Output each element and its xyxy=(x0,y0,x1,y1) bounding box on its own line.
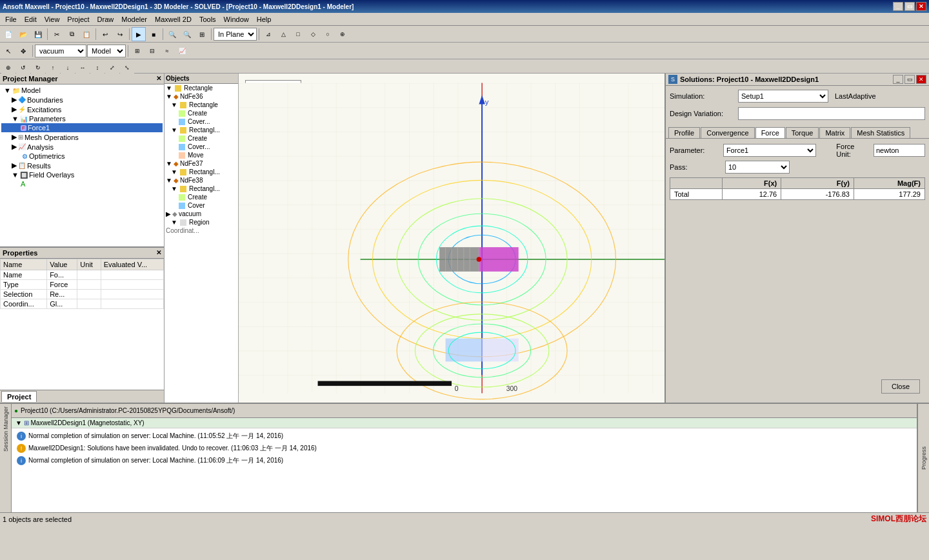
obj-rect-ndfe36[interactable]: ▼ Rectangle xyxy=(165,101,238,109)
tb-r9[interactable]: ⤡ xyxy=(120,61,134,75)
tb-btn-d[interactable]: ◇ xyxy=(306,27,320,41)
tb-r7[interactable]: ↕ xyxy=(90,61,105,75)
sol-minimize[interactable]: _ xyxy=(893,75,903,84)
obj-coord[interactable]: Coordinat... xyxy=(165,226,238,235)
obj-ndfe38[interactable]: ▼◆ NdFe38 xyxy=(165,176,238,185)
tree-parameters[interactable]: ▼ 📊 Parameters xyxy=(1,114,163,123)
project-tree[interactable]: ▼ 📁 Model ▶ 🔷 Boundaries ▶ ⚡ Excitations… xyxy=(0,85,164,243)
tb-btn-b[interactable]: △ xyxy=(276,27,290,41)
tb-new[interactable]: 📄 xyxy=(1,27,15,41)
tab-force[interactable]: Force xyxy=(755,127,785,138)
tab-matrix[interactable]: Matrix xyxy=(819,127,850,138)
tb-mesh-btn[interactable]: ⊞ xyxy=(130,44,145,58)
tab-profile[interactable]: Profile xyxy=(668,127,700,138)
tb-undo[interactable]: ↩ xyxy=(98,27,112,41)
tb-r3[interactable]: ↻ xyxy=(31,61,45,75)
obj-rect2[interactable]: ▼ Rectangl... xyxy=(165,126,238,134)
menu-tools[interactable]: Tools xyxy=(195,14,220,25)
tb-simulate[interactable]: ▶ xyxy=(132,27,146,41)
tb-plane-dropdown[interactable]: In Plane xyxy=(214,28,257,41)
tb-btn-e[interactable]: ○ xyxy=(321,27,335,41)
design-variation-input[interactable] xyxy=(738,107,925,120)
tab-convergence[interactable]: Convergence xyxy=(701,127,754,138)
menu-modeler[interactable]: Modeler xyxy=(117,14,151,25)
restore-button[interactable]: ▭ xyxy=(904,2,915,11)
menu-draw[interactable]: Draw xyxy=(94,14,118,25)
obj-cover1[interactable]: Cover... xyxy=(165,117,238,126)
sol-close[interactable]: ✕ xyxy=(916,75,926,84)
obj-ndfe37[interactable]: ▼◆ NdFe37 xyxy=(165,159,238,168)
obj-create1[interactable]: Create xyxy=(165,109,238,117)
menu-project[interactable]: Project xyxy=(63,14,93,25)
tb-open[interactable]: 📂 xyxy=(16,27,30,41)
tab-mesh-stats[interactable]: Mesh Statistics xyxy=(851,127,910,138)
tree-model[interactable]: ▼ 📁 Model xyxy=(1,86,163,95)
project-manager-close[interactable]: ✕ xyxy=(156,75,161,83)
tree-results[interactable]: ▶ 📋 Results xyxy=(1,161,163,170)
sol-restore[interactable]: ▭ xyxy=(904,75,915,84)
menu-edit[interactable]: Edit xyxy=(21,14,41,25)
tb-plot-btn[interactable]: 📈 xyxy=(175,44,189,58)
obj-ndfe36[interactable]: ▼◆ NdFe36 xyxy=(165,92,238,101)
parameter-select[interactable]: Force1 xyxy=(723,144,816,157)
tb-save[interactable]: 💾 xyxy=(31,27,45,41)
tb-model-dropdown[interactable]: Model xyxy=(87,45,126,57)
tb-mesh2-btn[interactable]: ⊟ xyxy=(145,44,159,58)
tree-analysis[interactable]: ▶ 📈 Analysis xyxy=(1,142,163,152)
menu-view[interactable]: View xyxy=(41,14,64,25)
tb-move[interactable]: ✥ xyxy=(16,44,30,58)
tree-optimetrics[interactable]: ⚙ Optimetrics xyxy=(1,152,163,161)
tb-btn-c[interactable]: □ xyxy=(291,27,305,41)
tb-r1[interactable]: ⊕ xyxy=(1,61,15,75)
tb-cut[interactable]: ✂ xyxy=(50,27,64,41)
title-bar-buttons[interactable]: _ ▭ ✕ xyxy=(893,2,926,11)
obj-create2[interactable]: Create xyxy=(165,134,238,143)
simulation-select[interactable]: Setup1 xyxy=(738,90,828,103)
tree-mesh-ops[interactable]: ▶ ⊞ Mesh Operations xyxy=(1,132,163,142)
tb-btn-a[interactable]: ⊿ xyxy=(261,27,275,41)
obj-move1[interactable]: Move xyxy=(165,151,238,159)
tb-copy[interactable]: ⧉ xyxy=(65,27,79,41)
obj-cover2[interactable]: Cover... xyxy=(165,143,238,151)
tree-excitations[interactable]: ▶ ⚡ Excitations xyxy=(1,105,163,114)
tb-paste[interactable]: 📋 xyxy=(79,27,94,41)
tb-r6[interactable]: ↔ xyxy=(75,61,90,75)
close-button[interactable]: ✕ xyxy=(916,2,926,11)
obj-rect-ndfe38[interactable]: ▼ Rectangl... xyxy=(165,185,238,193)
tb-r2[interactable]: ↺ xyxy=(16,61,30,75)
solutions-close-button[interactable]: Close xyxy=(881,379,920,394)
tb-stop[interactable]: ■ xyxy=(146,27,161,41)
obj-rect-ndfe37[interactable]: ▼ Rectangl... xyxy=(165,168,238,176)
tab-torque[interactable]: Torque xyxy=(786,127,819,138)
menu-window[interactable]: Window xyxy=(220,14,253,25)
obj-region[interactable]: ▼ Region xyxy=(165,218,238,226)
tb-r8[interactable]: ⤢ xyxy=(105,61,119,75)
menu-file[interactable]: File xyxy=(1,14,21,25)
minimize-button[interactable]: _ xyxy=(893,2,903,11)
properties-close[interactable]: ✕ xyxy=(156,249,161,257)
menu-maxwell2d[interactable]: Maxwell 2D xyxy=(151,14,195,25)
obj-create3[interactable]: Create xyxy=(165,193,238,201)
tree-field-overlays[interactable]: ▼ 🔲 Field Overlays xyxy=(1,170,163,179)
obj-cover3[interactable]: Cover xyxy=(165,201,238,210)
tb-r4[interactable]: ↑ xyxy=(46,61,60,75)
tb-select[interactable]: ↖ xyxy=(1,44,15,58)
tree-field-a[interactable]: A xyxy=(1,179,163,188)
menu-help[interactable]: Help xyxy=(253,14,275,25)
tb-redo[interactable]: ↪ xyxy=(113,27,127,41)
tb-zoom-in[interactable]: 🔍 xyxy=(165,27,179,41)
tb-r5[interactable]: ↓ xyxy=(61,61,75,75)
tb-zoom-out[interactable]: 🔍 xyxy=(180,27,194,41)
pass-select[interactable]: 10 xyxy=(725,161,790,174)
tb-btn-f[interactable]: ⊕ xyxy=(335,27,350,41)
tree-force1[interactable]: F Force1 xyxy=(1,123,163,132)
tb-fit[interactable]: ⊞ xyxy=(195,27,209,41)
force-unit-input[interactable] xyxy=(874,144,925,157)
obj-vacuum[interactable]: ▶◆ vacuum xyxy=(165,210,238,218)
tb-material-dropdown[interactable]: vacuum xyxy=(35,45,86,57)
center-viewport[interactable]: A[Wb/m] 8.4221e-003 5.6429e-003 2.8638e-… xyxy=(239,74,664,403)
tb-field-btn[interactable]: ≈ xyxy=(160,44,174,58)
project-tab[interactable]: Project xyxy=(1,391,37,402)
tree-boundaries[interactable]: ▶ 🔷 Boundaries xyxy=(1,95,163,105)
obj-rect-top[interactable]: ▼ Rectangle xyxy=(165,84,238,92)
